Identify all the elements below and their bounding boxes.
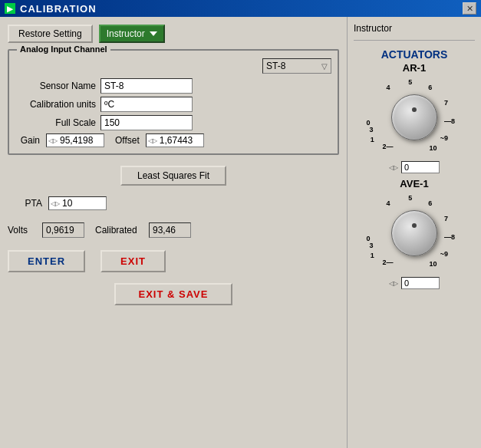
channel-selector-row: ST-8 ▽ — [15, 58, 331, 74]
pta-value: 10 — [62, 198, 104, 209]
instructor-dropdown[interactable]: Instructor — [99, 25, 165, 43]
left-panel: Restore Setting Instructor Analog Input … — [0, 17, 347, 448]
ave-tick-8: —8 — [444, 233, 455, 241]
sensor-name-row: Sensor Name — [15, 78, 331, 94]
ar1-spin-arrow[interactable]: ◁▷ — [389, 164, 398, 171]
close-button[interactable]: ✕ — [463, 2, 476, 15]
analog-input-group: Analog Input Channel ST-8 ▽ Sensor Name … — [8, 49, 339, 155]
ar1-value-input[interactable] — [401, 161, 440, 173]
ave1-knob[interactable] — [391, 210, 437, 256]
ave1-knob-indicator — [412, 223, 417, 228]
main-content: Restore Setting Instructor Analog Input … — [0, 17, 481, 448]
offset-label: Offset — [115, 135, 140, 146]
divider — [354, 40, 475, 41]
offset-spin-arrows[interactable]: ◁▷ — [148, 137, 157, 144]
right-panel: Instructor ACTUATORS AR-1 0 1 2— 3 4 5 6… — [347, 17, 481, 448]
full-scale-row: Full Scale — [15, 115, 331, 130]
tick-1: 1 — [371, 136, 374, 143]
tick-4: 4 — [387, 84, 390, 91]
offset-value: 1,67443 — [160, 135, 202, 146]
ar1-knob-indicator — [412, 107, 417, 112]
ave-tick-10: 10 — [430, 260, 437, 268]
volts-cal-row: Volts Calibrated — [8, 222, 339, 238]
dropdown-arrow-icon — [150, 31, 157, 36]
ar1-slider-row: ◁▷ — [389, 161, 440, 173]
ave-tick-6: 6 — [428, 199, 432, 207]
ave-tick-1: 1 — [371, 252, 374, 259]
ar1-label: AR-1 — [403, 62, 426, 74]
tick-8: —8 — [444, 117, 455, 125]
ave1-slider-row: ◁▷ — [389, 277, 440, 289]
right-panel-label: Instructor — [354, 23, 392, 34]
lsq-button-row: Least Squares Fit — [8, 166, 339, 186]
calib-units-input[interactable] — [100, 97, 193, 112]
ave1-value-input[interactable] — [401, 277, 440, 289]
ave1-label: AVE-1 — [400, 178, 428, 189]
ave-tick-3: 3 — [370, 242, 374, 249]
calibrated-input[interactable] — [149, 222, 191, 238]
offset-spin-input[interactable]: ◁▷ 1,67443 — [146, 133, 204, 147]
channel-value: ST-8 — [266, 61, 285, 71]
tick-6: 6 — [428, 84, 432, 91]
action-buttons-row: ENTER EXIT — [8, 250, 339, 272]
tick-10: 10 — [430, 144, 437, 152]
gain-value: 95,4198 — [60, 135, 102, 146]
title-bar-icon: ▶ — [5, 3, 15, 14]
ar1-knob-container: 0 1 2— 3 4 5 6 7 —8 ~9 10 — [364, 75, 464, 160]
calibrated-label: Calibrated — [95, 225, 141, 236]
volts-input[interactable] — [42, 222, 84, 238]
ave1-spin-arrow[interactable]: ◁▷ — [389, 280, 398, 287]
ave-tick-5: 5 — [408, 194, 412, 202]
tick-7: 7 — [444, 99, 448, 107]
ave-tick-7: 7 — [444, 215, 448, 222]
enter-button[interactable]: ENTER — [8, 250, 85, 272]
tick-2: 2— — [382, 143, 393, 150]
pta-spin-arrows[interactable]: ◁▷ — [51, 200, 60, 207]
full-scale-input[interactable] — [100, 115, 193, 130]
calib-units-row: Calibration units — [15, 97, 331, 112]
tick-9: ~9 — [440, 134, 448, 142]
tick-3: 3 — [370, 126, 374, 133]
volts-label: Volts — [8, 225, 35, 236]
pta-row: PTA ◁▷ 10 — [8, 196, 339, 210]
gain-spin-arrows[interactable]: ◁▷ — [48, 137, 58, 144]
pta-spin-input[interactable]: ◁▷ 10 — [48, 196, 107, 210]
actuators-title: ACTUATORS — [381, 48, 448, 61]
lsq-button[interactable]: Least Squares Fit — [120, 166, 226, 186]
title-bar-title: CALIBRATION — [20, 3, 458, 15]
gain-label: Gain — [15, 135, 40, 146]
exit-save-row: EXIT & SAVE — [8, 283, 339, 305]
pta-label: PTA — [8, 198, 42, 209]
toolbar-row: Restore Setting Instructor — [8, 25, 339, 43]
exit-button[interactable]: EXIT — [100, 250, 166, 272]
channel-dropdown-icon: ▽ — [321, 62, 328, 71]
gain-spin-input[interactable]: ◁▷ 95,4198 — [46, 133, 104, 147]
gain-offset-row: Gain ◁▷ 95,4198 Offset ◁▷ 1,67443 — [15, 133, 331, 147]
ave-tick-4: 4 — [387, 199, 390, 207]
sensor-name-label: Sensor Name — [15, 81, 96, 91]
ar1-knob[interactable] — [391, 94, 437, 140]
sensor-name-input[interactable] — [100, 78, 193, 94]
exit-save-button[interactable]: EXIT & SAVE — [114, 283, 233, 305]
restore-setting-button[interactable]: Restore Setting — [8, 25, 93, 43]
tick-5: 5 — [408, 78, 412, 86]
ave1-knob-container: 0 1 2— 3 4 5 6 7 —8 ~9 10 — [364, 191, 464, 275]
channel-selector[interactable]: ST-8 ▽ — [262, 58, 331, 74]
calib-units-label: Calibration units — [15, 99, 96, 110]
group-box-title: Analog Input Channel — [17, 44, 110, 54]
title-bar: ▶ CALIBRATION ✕ — [0, 0, 481, 17]
full-scale-label: Full Scale — [15, 117, 96, 128]
ave-tick-9: ~9 — [440, 250, 448, 258]
ave-tick-2: 2— — [382, 259, 393, 266]
